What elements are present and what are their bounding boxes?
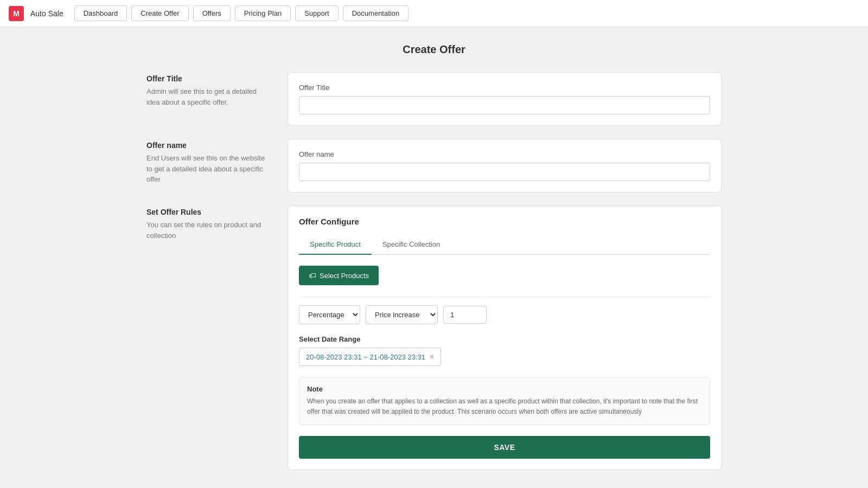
select-products-button[interactable]: 🏷 Select Products — [299, 266, 379, 285]
top-bar: M Auto Sale Dashboard Create Offer Offer… — [0, 0, 868, 27]
app-logo: M — [9, 6, 24, 21]
date-range-label: Select Date Range — [299, 335, 710, 343]
offer-title-field-label: Offer Title — [299, 84, 710, 92]
offer-name-field-label: Offer name — [299, 150, 710, 158]
main-content: Create Offer Offer Title Admin will see … — [136, 27, 732, 488]
price-row: Percentage Fixed Price increase Price de… — [299, 305, 710, 324]
configure-tabs: Specific Product Specific Collection — [299, 235, 710, 255]
offer-title-heading: Offer Title — [146, 74, 266, 83]
nav-pricing-plan[interactable]: Pricing Plan — [235, 5, 291, 21]
divider — [299, 296, 710, 297]
nav-create-offer[interactable]: Create Offer — [131, 5, 188, 21]
nav-offers[interactable]: Offers — [193, 5, 231, 21]
offer-name-description: End Users will see this on the website t… — [146, 153, 266, 185]
price-type-select[interactable]: Percentage Fixed — [299, 305, 360, 324]
app-title: Auto Sale — [30, 9, 63, 18]
offer-title-card: Offer Title — [288, 72, 722, 126]
date-range-section: Select Date Range 20-08-2023 23:31 ~ 21-… — [299, 335, 710, 366]
page-title: Create Offer — [146, 43, 722, 56]
date-range-tag[interactable]: 20-08-2023 23:31 ~ 21-08-2023 23:31 × — [299, 348, 441, 366]
save-button[interactable]: SAVE — [299, 436, 710, 459]
tab-specific-product[interactable]: Specific Product — [299, 235, 372, 255]
note-section: Note When you create an offer that appli… — [299, 377, 710, 425]
note-title: Note — [307, 385, 702, 393]
offer-name-section: Offer name End Users will see this on th… — [146, 139, 722, 192]
offer-rules-section: Set Offer Rules You can set the rules on… — [146, 206, 722, 470]
configure-title: Offer Configure — [299, 217, 710, 226]
offer-title-section: Offer Title Admin will see this to get a… — [146, 72, 722, 126]
price-action-select[interactable]: Price increase Price decrease — [366, 305, 438, 324]
date-clear-icon[interactable]: × — [430, 352, 434, 361]
nav-dashboard[interactable]: Dashboard — [74, 5, 127, 21]
select-products-label: Select Products — [320, 272, 369, 280]
offer-configure-card: Offer Configure Specific Product Specifi… — [288, 206, 722, 470]
nav-documentation[interactable]: Documentation — [343, 5, 409, 21]
offer-rules-description: You can set the rules on product and col… — [146, 220, 266, 241]
offer-name-card: Offer name — [288, 139, 722, 192]
offer-rules-desc: Set Offer Rules You can set the rules on… — [146, 206, 266, 470]
offer-title-desc: Offer Title Admin will see this to get a… — [146, 72, 266, 126]
offer-name-heading: Offer name — [146, 141, 266, 150]
price-value-input[interactable] — [443, 306, 487, 324]
nav-support[interactable]: Support — [295, 5, 339, 21]
offer-rules-heading: Set Offer Rules — [146, 208, 266, 216]
offer-name-input[interactable] — [299, 163, 710, 181]
date-range-value: 20-08-2023 23:31 ~ 21-08-2023 23:31 — [306, 353, 425, 361]
tag-icon: 🏷 — [309, 271, 316, 280]
offer-title-description: Admin will see this to get a detailed id… — [146, 86, 266, 107]
offer-title-input[interactable] — [299, 96, 710, 114]
note-text: When you create an offer that applies to… — [307, 396, 702, 417]
offer-name-desc: Offer name End Users will see this on th… — [146, 139, 266, 192]
tab-specific-collection[interactable]: Specific Collection — [372, 235, 451, 255]
